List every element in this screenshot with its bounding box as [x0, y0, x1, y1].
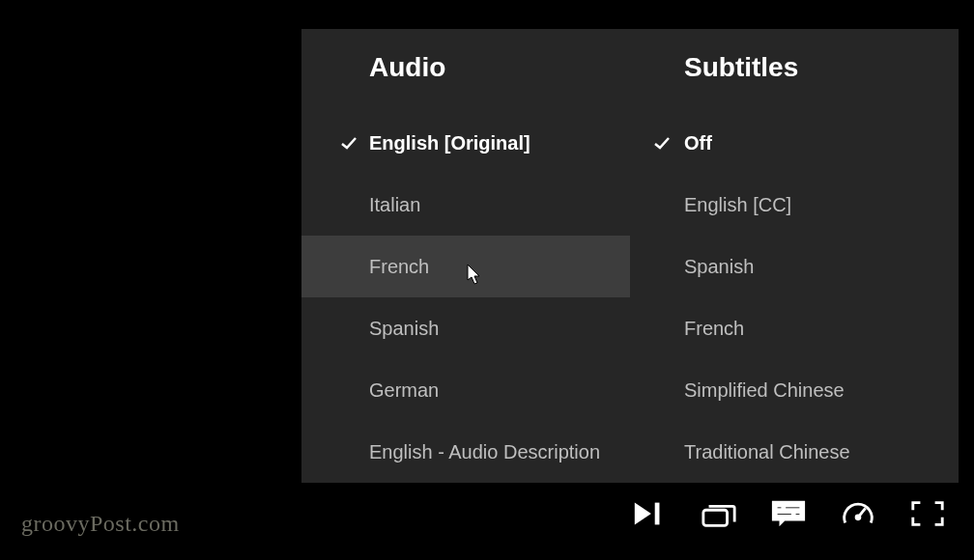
check-icon — [653, 134, 684, 152]
audio-option[interactable]: Spanish — [301, 297, 630, 359]
audio-option[interactable]: English [Original] — [301, 112, 630, 174]
svg-rect-1 — [655, 503, 660, 525]
subtitles-column: Subtitles OffEnglish [CC]SpanishFrenchSi… — [630, 29, 959, 483]
audio-option-label: English [Original] — [369, 132, 530, 154]
subtitle-option[interactable]: Spanish — [630, 236, 959, 297]
episodes-button[interactable] — [700, 498, 738, 529]
svg-rect-5 — [777, 513, 792, 516]
audio-option[interactable]: German — [301, 359, 630, 421]
svg-point-8 — [856, 515, 861, 519]
audio-option-label: German — [369, 379, 439, 402]
audio-option-label: English - Audio Description — [369, 441, 600, 463]
svg-rect-2 — [703, 510, 728, 525]
svg-rect-4 — [785, 506, 800, 509]
subtitle-option-label: Traditional Chinese — [684, 441, 850, 463]
next-episode-button[interactable] — [630, 498, 669, 529]
audio-option[interactable]: French — [301, 236, 630, 297]
subtitle-option[interactable]: French — [630, 297, 959, 359]
fullscreen-button[interactable] — [908, 498, 947, 529]
audio-option-label: French — [369, 256, 429, 278]
subtitle-option-label: French — [684, 318, 744, 340]
audio-subtitle-panel: Audio English [Original]ItalianFrenchSpa… — [301, 29, 959, 483]
subtitles-list: OffEnglish [CC]SpanishFrenchSimplified C… — [630, 112, 959, 483]
subtitle-option[interactable]: English [CC] — [630, 174, 959, 236]
subtitle-option[interactable]: Off — [630, 112, 959, 174]
audio-column: Audio English [Original]ItalianFrenchSpa… — [301, 29, 630, 483]
audio-option[interactable]: Italian — [301, 174, 630, 236]
player-controls — [630, 498, 947, 529]
audio-option[interactable]: English - Audio Description — [301, 421, 630, 483]
audio-title: Audio — [301, 52, 630, 83]
audio-option-label: Italian — [369, 194, 420, 216]
audio-list: English [Original]ItalianFrenchSpanishGe… — [301, 112, 630, 483]
subtitle-option-label: English [CC] — [684, 194, 791, 216]
subtitles-title: Subtitles — [630, 52, 959, 83]
svg-rect-6 — [795, 513, 801, 516]
playback-speed-button[interactable] — [839, 498, 877, 529]
subtitle-option[interactable]: Traditional Chinese — [630, 421, 959, 483]
subtitles-button[interactable] — [769, 498, 808, 529]
subtitle-option-label: Spanish — [684, 256, 754, 278]
svg-rect-3 — [777, 506, 783, 509]
subtitle-option-label: Off — [684, 132, 712, 154]
watermark-text: groovyPost.com — [21, 511, 180, 537]
subtitle-option[interactable]: Simplified Chinese — [630, 359, 959, 421]
subtitle-option-label: Simplified Chinese — [684, 379, 845, 402]
svg-marker-0 — [635, 503, 651, 525]
audio-option-label: Spanish — [369, 318, 439, 340]
check-icon — [340, 134, 369, 152]
